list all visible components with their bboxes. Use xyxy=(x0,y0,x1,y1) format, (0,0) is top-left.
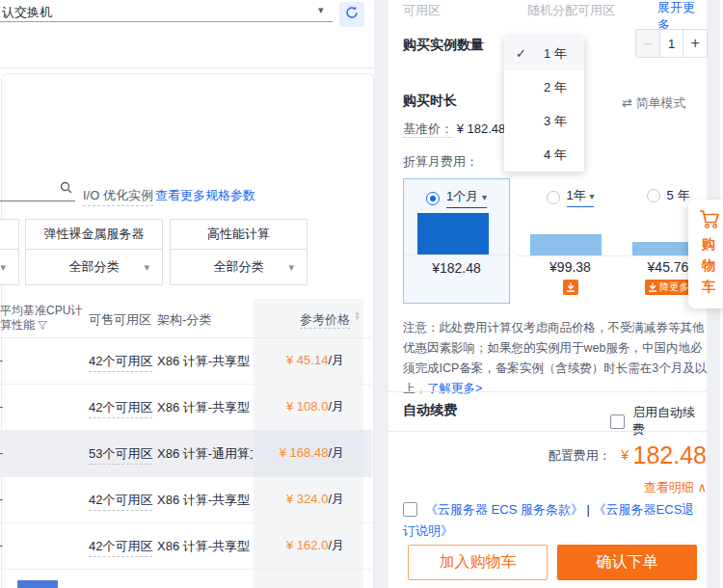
category-card-baremetal[interactable]: 弹性裸金属服务器 全部分类 ▾ xyxy=(25,219,163,285)
category-dropdown-label: 全部分类 xyxy=(69,259,120,274)
auto-renew-checkbox[interactable] xyxy=(610,414,625,429)
category-card-title: 弹性裸金属服务器 xyxy=(26,220,162,250)
panel-divider xyxy=(0,67,374,68)
column-header-arch: 架构-分类 xyxy=(157,311,211,329)
price-cell: ¥ 108.0/月 xyxy=(254,384,344,430)
plan-card-1month[interactable]: 1个月 ▾ ¥182.48 xyxy=(403,178,510,304)
zones-cell[interactable]: 42个可用区 xyxy=(89,492,152,511)
learn-more-link[interactable]: 了解更多> xyxy=(427,382,482,395)
stepper-minus-button[interactable]: − xyxy=(636,30,660,57)
category-card-title: 高性能计算 xyxy=(171,220,307,250)
caret-up-icon: ∧ xyxy=(697,480,707,494)
chevron-down-icon: ▾ xyxy=(288,250,294,284)
view-detail-link[interactable]: 查看明细 ∧ xyxy=(388,479,707,496)
check-icon: ✓ xyxy=(516,37,526,70)
spec-search-input[interactable] xyxy=(0,179,75,201)
az-value: 随机分配可用区 xyxy=(527,2,615,19)
base-price-value: ¥ 182.48 xyxy=(457,121,506,136)
category-dropdown-label: 全部分类 xyxy=(214,259,264,274)
more-specs-link[interactable]: 查看更多规格参数 xyxy=(155,187,255,204)
plan-label[interactable]: 5 年 xyxy=(667,187,690,204)
badge-label: 降更多 xyxy=(660,281,689,294)
arch-cell: X86 计算-共享型 xyxy=(157,492,253,509)
terms-row: 《云服务器 ECS 服务条款》 | 《云服务器ECS退订说明》 xyxy=(403,499,700,542)
vswitch-select[interactable]: 认交换机 xyxy=(2,4,52,21)
search-icon xyxy=(60,180,72,198)
plan-divider xyxy=(517,255,624,256)
price-cell: ¥ 324.0/月 xyxy=(254,476,344,522)
plan-label[interactable]: 1年 ▾ xyxy=(567,187,595,207)
zones-cell[interactable]: 53个可用区 xyxy=(89,445,152,465)
dropdown-option-3year[interactable]: 3 年 xyxy=(504,104,584,138)
price-bar xyxy=(417,213,489,254)
panel-gap xyxy=(374,0,388,588)
plan-label[interactable]: 1个月 ▾ xyxy=(446,188,487,208)
add-to-cart-button[interactable]: 加入购物车 xyxy=(408,545,548,580)
table-row[interactable]: - 42个可用区 X86 计算-共享型 ¥ 162.0/月 xyxy=(0,522,372,570)
radio-unselected[interactable] xyxy=(647,189,660,202)
chevron-down-icon: ▾ xyxy=(0,250,6,284)
filter-icon[interactable] xyxy=(38,318,47,332)
quantity-value[interactable]: 1 xyxy=(660,30,683,57)
category-dropdown[interactable]: 全部分类 ▾ xyxy=(171,250,307,284)
arrow-down-icon xyxy=(566,282,576,292)
category-card-partial[interactable]: 全部分类 ▾ xyxy=(0,219,19,285)
terms-link-ecs[interactable]: 《云服务器 ECS 服务条款》 xyxy=(425,502,583,517)
vswitch-select-underline xyxy=(0,21,333,22)
total-amount: 182.48 xyxy=(633,441,707,468)
radio-unselected[interactable] xyxy=(547,191,560,204)
dropdown-option-1year[interactable]: ✓ 1 年 xyxy=(504,37,584,70)
category-dropdown[interactable]: 全部分类 ▾ xyxy=(26,250,162,284)
stepper-plus-button[interactable]: + xyxy=(683,30,707,57)
duration-dropdown-menu: ✓ 1 年 2 年 3 年 4 年 xyxy=(504,37,584,172)
zones-cell[interactable]: 42个可用区 xyxy=(89,538,152,557)
sort-icon[interactable]: ▲▼ xyxy=(354,310,361,320)
terms-checkbox[interactable] xyxy=(403,502,417,517)
column-header-cpu: 平均基准CPU计算性能 xyxy=(0,304,89,333)
category-dropdown[interactable]: 全部分类 ▾ xyxy=(0,250,18,284)
section-divider xyxy=(388,431,707,432)
arch-cell: X86 计算-共享型 xyxy=(157,353,253,370)
table-row[interactable]: - 42个可用区 X86 计算-共享型 ¥ 108.0/月 xyxy=(0,384,372,431)
cpu-perf-cell: - xyxy=(0,353,3,367)
section-divider xyxy=(388,391,707,392)
ecs-purchase-page: 认交换机 ▾ I/O 优化实例 查看更多规格参数 全部分类 ▾ 弹性裸金属服务器… xyxy=(0,0,723,588)
simple-mode-toggle[interactable]: ⇄ 简单模式 xyxy=(622,94,686,112)
zones-cell[interactable]: 42个可用区 xyxy=(89,353,152,372)
refresh-button[interactable] xyxy=(339,2,364,27)
zones-cell[interactable]: 42个可用区 xyxy=(89,399,152,418)
cpu-perf-cell: - xyxy=(0,492,3,506)
dropdown-option-2year[interactable]: 2 年 xyxy=(504,70,584,104)
confirm-order-button[interactable]: 确认下单 xyxy=(557,545,697,580)
arrow-down-icon xyxy=(648,282,657,292)
auto-renew-option[interactable]: 启用自动续费 xyxy=(610,404,707,439)
cpu-perf-cell: - xyxy=(0,399,3,414)
cart-widget-label-char: 物 xyxy=(701,257,716,275)
billing-notice: 注意：此处费用计算仅考虑商品价格，不受满减券等其他优惠因素影响；如果您的实例用于… xyxy=(403,318,711,399)
plan-price: ¥182.48 xyxy=(404,260,509,276)
refresh-icon xyxy=(345,6,359,23)
plan-price: ¥99.38 xyxy=(517,259,624,275)
chevron-down-icon: ▾ xyxy=(482,192,487,202)
plan-card-1year[interactable]: 1年 ▾ ¥99.38 xyxy=(517,178,624,304)
simple-mode-label: 简单模式 xyxy=(636,95,686,110)
radio-selected[interactable] xyxy=(426,192,440,205)
column-header-price[interactable]: 参考价格 xyxy=(254,311,350,329)
base-price-row: 基准价： ¥ 182.48 xyxy=(403,120,505,138)
total-price-row: 配置费用： ¥ 182.48 xyxy=(388,441,707,469)
category-card-title xyxy=(0,220,18,250)
arch-cell: X86 计算-共享型 xyxy=(157,399,253,416)
price-cell: ¥ 45.14/月 xyxy=(254,337,344,384)
monthly-fee-label: 折算月费用： xyxy=(403,153,478,171)
quantity-stepper[interactable]: − 1 + xyxy=(635,29,708,58)
table-header: 平均基准CPU计算性能 可售可用区 架构-分类 参考价格 ▲▼ xyxy=(0,299,372,338)
table-row[interactable]: - 42个可用区 X86 计算-共享型 ¥ 324.0/月 xyxy=(0,476,372,523)
floating-cart-widget[interactable]: 购 物 车 xyxy=(688,200,723,308)
dropdown-option-4year[interactable]: 4 年 xyxy=(504,138,584,172)
table-row-selected[interactable]: - 53个可用区 X86 计算-通用算力型 ¥ 168.48/月 xyxy=(0,430,372,477)
discount-more-badge: 降更多 xyxy=(645,280,692,295)
base-price-label: 基准价： xyxy=(403,121,453,138)
category-card-hpc[interactable]: 高性能计算 全部分类 ▾ xyxy=(170,219,308,285)
table-row[interactable]: - 42个可用区 X86 计算-共享型 ¥ 45.14/月 xyxy=(0,337,372,385)
cpu-perf-cell: - xyxy=(0,445,3,460)
